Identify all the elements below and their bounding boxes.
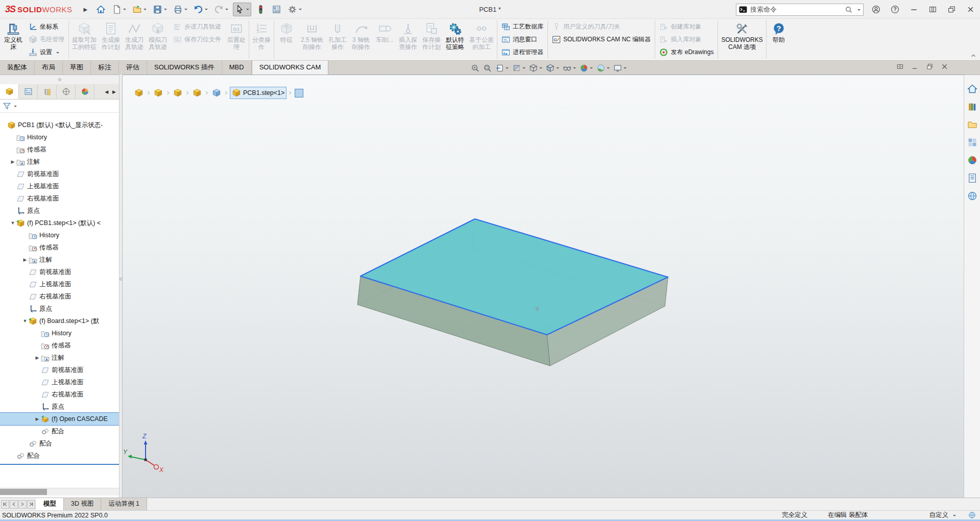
hu-zoomfit-button[interactable] <box>470 63 481 73</box>
newdoc-button[interactable] <box>110 3 128 16</box>
tree-horizontal-scrollbar[interactable] <box>0 488 119 495</box>
mdi-close-icon[interactable] <box>941 63 948 70</box>
tree-item-配合[interactable]: 配合 <box>0 425 119 437</box>
open-caret-icon[interactable] <box>144 9 147 12</box>
navlast-button[interactable] <box>27 500 35 509</box>
tab-布局[interactable]: 布局 <box>35 61 63 75</box>
hu-orient-button[interactable] <box>528 63 543 73</box>
ribbon-button-工艺数据库[interactable]: 工艺数据库 <box>500 20 545 33</box>
filter-caret-icon[interactable] <box>14 106 17 109</box>
search-icon[interactable] <box>845 6 853 14</box>
tree-item-PCB1-默认-默认_显示状态-[interactable]: PCB1 (默认) <默认_显示状态- <box>0 119 119 131</box>
panel-tab-pt-dimx[interactable] <box>57 84 76 99</box>
tree-item-原点[interactable]: 原点 <box>0 401 119 413</box>
tab-MBD[interactable]: MBD <box>222 61 252 75</box>
tab-scroll-left-icon[interactable]: ◀ <box>105 89 108 94</box>
tree-item-上视基准面[interactable]: 上视基准面 <box>0 278 119 290</box>
tree-item-传感器[interactable]: 传感器 <box>0 339 119 352</box>
tree-item-History[interactable]: History <box>0 131 119 143</box>
tree-item-传感器[interactable]: 传感器 <box>0 241 119 254</box>
tp-props2-button[interactable] <box>966 171 979 185</box>
ribbon-button-默认特征策略[interactable]: 默认特 征策略 <box>443 19 467 60</box>
cursor-caret-icon[interactable] <box>246 9 249 12</box>
hu-section-button[interactable] <box>511 63 527 73</box>
panel-splitter-handle[interactable] <box>0 75 119 84</box>
view-tab-运动算例 1[interactable]: 运动算例 1 <box>101 498 147 510</box>
redo-button[interactable] <box>212 3 230 16</box>
tree-item-注解[interactable]: ▶A注解 <box>0 352 119 364</box>
panel-tab-pt-props[interactable] <box>19 84 38 99</box>
tree-item-History[interactable]: History <box>0 327 119 339</box>
tp-lib-button[interactable] <box>966 100 979 113</box>
tree-item-前视基准面[interactable]: 前视基准面 <box>0 168 119 180</box>
tree-item-配合[interactable]: 配合 <box>0 437 119 450</box>
ribbon-button-帮助[interactable]: ?帮助 <box>767 19 791 60</box>
tree-item-原点[interactable]: 原点 <box>0 205 119 217</box>
hu-appearance-button[interactable] <box>579 63 594 73</box>
hu-prev-button[interactable] <box>494 63 510 73</box>
tree-item--f-PCB1-step-1-默认-[interactable]: ▼(f) PCB1.step<1> (默认) < <box>0 217 119 229</box>
menu-expand-icon[interactable]: ▶ <box>84 7 88 12</box>
dropdown-caret-icon[interactable] <box>522 67 525 70</box>
ribbon-button-发布 eDrawings[interactable]: 发布 eDrawings <box>658 46 715 59</box>
ribbon-button-SOLIDWORKSCAM 选项[interactable]: SOLIDWORKS CAM 选项 <box>719 19 765 60</box>
person-icon[interactable] <box>871 4 881 15</box>
tree-item--f-Open-CASCADE[interactable]: ▶(f) Open CASCADE <box>0 413 119 425</box>
mdi-restore-icon[interactable] <box>926 63 934 70</box>
tree-item-右视基准面[interactable]: 右视基准面 <box>0 290 119 303</box>
props-button[interactable] <box>270 3 283 16</box>
print-button[interactable] <box>172 3 189 16</box>
expand-collapsed-icon[interactable]: ▶ <box>34 355 41 360</box>
undo-button[interactable] <box>192 3 209 16</box>
cursor-button[interactable] <box>233 3 251 16</box>
dropdown-caret-icon[interactable] <box>573 67 576 70</box>
status-custom-caret-icon[interactable] <box>953 515 956 518</box>
scrollbar-thumb[interactable] <box>0 489 47 495</box>
ribbon-button-消息窗口[interactable]: 消息窗口 <box>500 33 545 46</box>
tab-评估[interactable]: 评估 <box>119 61 147 75</box>
tree-item--f-Board-step-1-默[interactable]: ▼(f) Board.step<1> (默 <box>0 315 119 327</box>
tree-item-右视基准面[interactable]: 右视基准面 <box>0 388 119 401</box>
win-min-icon[interactable] <box>909 4 919 15</box>
tree-item-前视基准面[interactable]: 前视基准面 <box>0 266 119 278</box>
mdi-tile-icon[interactable] <box>896 63 904 70</box>
tab-SOLIDWORKS 插件[interactable]: SOLIDWORKS 插件 <box>147 61 222 75</box>
expand-collapsed-icon[interactable]: ▶ <box>21 257 29 262</box>
tree-item-配合[interactable]: 配合 <box>0 450 119 462</box>
tree-item-上视基准面[interactable]: 上视基准面 <box>0 180 119 192</box>
dropdown-caret-icon[interactable] <box>556 67 559 70</box>
view-tab-模型[interactable]: 模型 <box>36 498 64 510</box>
home-button[interactable] <box>94 3 107 16</box>
filter-icon[interactable] <box>3 102 11 110</box>
dropdown-caret-icon[interactable] <box>539 67 542 70</box>
hu-display-button[interactable] <box>545 63 560 73</box>
gear-caret-icon[interactable] <box>299 9 302 12</box>
ribbon-collapse-icon[interactable] <box>970 52 977 59</box>
graphics-viewport[interactable]: PCB1.step<1> <box>123 75 964 498</box>
redo-caret-icon[interactable] <box>225 9 228 12</box>
traffic-button[interactable] <box>254 3 267 16</box>
dropdown-caret-icon[interactable] <box>607 67 610 70</box>
mdi-min-icon[interactable] <box>911 63 919 70</box>
view-tab-3D 视图[interactable]: 3D 视图 <box>64 498 101 510</box>
vertical-splitter[interactable] <box>119 75 123 498</box>
navfirst-button[interactable] <box>1 500 9 509</box>
dropdown-caret-icon[interactable] <box>56 52 59 55</box>
ribbon-button-坐标系[interactable]: 坐标系 <box>27 20 66 33</box>
ribbon-button-设置[interactable]: 设置 <box>27 46 66 59</box>
save-caret-icon[interactable] <box>164 9 167 12</box>
save-button[interactable] <box>151 3 169 16</box>
win-split-icon[interactable] <box>927 4 938 15</box>
expand-collapsed-icon[interactable]: ▶ <box>9 159 16 164</box>
win-close-icon[interactable] <box>965 4 976 15</box>
expand-expanded-icon[interactable]: ▼ <box>21 318 29 324</box>
ribbon-button-定义机床[interactable]: 定义机 床 <box>2 19 25 60</box>
tree-item-右视基准面[interactable]: 右视基准面 <box>0 192 119 205</box>
undo-caret-icon[interactable] <box>205 9 208 12</box>
open-button[interactable] <box>131 3 148 16</box>
expand-collapsed-icon[interactable]: ▶ <box>34 416 41 421</box>
dropdown-caret-icon[interactable] <box>506 67 509 70</box>
tab-标注[interactable]: 标注 <box>91 61 119 75</box>
expand-expanded-icon[interactable]: ▼ <box>9 220 16 226</box>
search-input[interactable]: 搜索命令 <box>736 4 864 16</box>
